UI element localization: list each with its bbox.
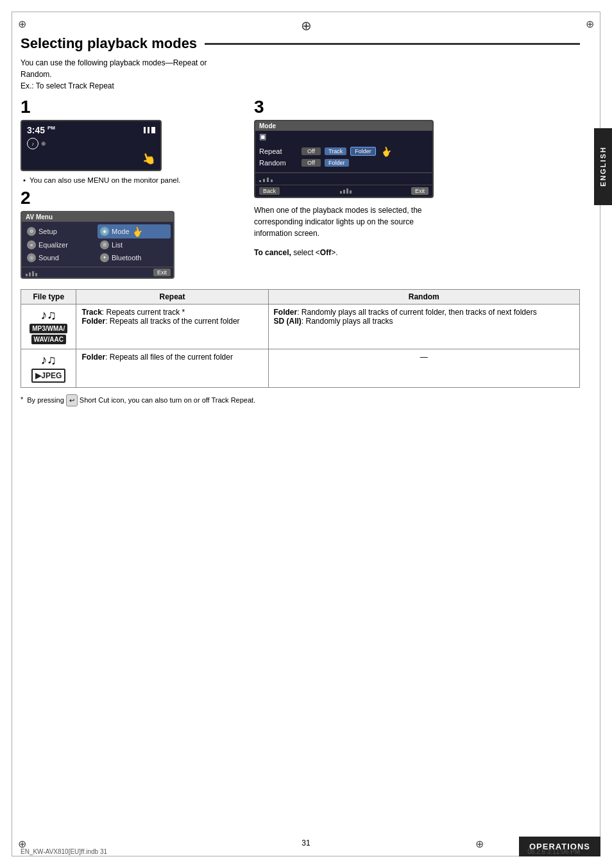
intro-line3: Ex.: To select Track Repeat: [21, 81, 114, 90]
sound-icon: ◎: [27, 253, 36, 262]
play-bar-2: [148, 127, 149, 133]
right-column: 3 Mode ▣ Repeat Off Track Folder 👆: [254, 98, 580, 281]
hand-cursor-mode: 👆: [130, 225, 144, 238]
desc-line2: corresponding indicator lights up on the…: [254, 217, 414, 226]
av-menu-grid: ⚙ Setup ◉ Mode 👆 ≡ Equalizer: [22, 222, 173, 267]
bt-label: Bluetooth: [112, 254, 141, 262]
table-header: File type Repeat Random: [21, 290, 580, 305]
music-note-icon: ♪♫: [26, 308, 71, 322]
repeat-jpeg-folder-row: Folder: Repeats all files of the current…: [81, 353, 262, 362]
time-suffix: PM: [47, 125, 55, 131]
av-menu-item-equalizer[interactable]: ≡ Equalizer: [24, 238, 98, 251]
compass-icon-tl: ⊕: [18, 18, 26, 30]
col-repeat: Repeat: [76, 290, 268, 305]
random-jpeg-cell: —: [268, 349, 580, 388]
pb1: [26, 274, 28, 276]
mode-row-random: Random Off Folder: [259, 158, 429, 168]
hand-icon-step1: 👆: [139, 150, 157, 168]
av-menu-mockup: AV Menu ⚙ Setup ◉ Mode 👆 ≡: [21, 211, 174, 279]
intro-line1: You can use the following playback modes…: [21, 58, 207, 67]
pb3: [32, 271, 34, 276]
repeat-track-row: Track: Repeats current track *: [81, 308, 262, 317]
av-menu-item-list[interactable]: ☰ List: [98, 238, 171, 251]
step1-bullet: You can also use MENU on the monitor pan…: [21, 176, 239, 184]
bt-icon: ✦: [100, 253, 109, 262]
mode-footer: Back Exit: [255, 185, 432, 197]
pb4: [35, 273, 37, 276]
av-menu-item-bluetooth[interactable]: ✦ Bluetooth: [98, 251, 171, 264]
jpeg-badge: ▶JPEG: [31, 369, 65, 383]
to-cancel-text: To cancel, select <Off>.: [254, 247, 580, 258]
page-number: 31: [302, 839, 310, 847]
sound-label: Sound: [38, 254, 59, 262]
random-folder-row: Folder: Randomly plays all tracks of cur…: [274, 308, 575, 317]
hand-gesture-step1: 👆: [27, 152, 155, 166]
mode-separator: [255, 172, 432, 173]
col-file-type: File type: [21, 290, 76, 305]
mode-exit-btn[interactable]: Exit: [411, 187, 429, 195]
to-cancel-body: select <Off>.: [293, 248, 337, 257]
screen-icon-circle: ♪: [27, 138, 38, 149]
setup-icon: ⚙: [27, 227, 36, 236]
eq-icon: ≡: [27, 240, 36, 249]
shortcut-icon: ↩: [66, 394, 78, 406]
setup-label: Setup: [38, 228, 57, 235]
random-off-btn[interactable]: Off: [302, 159, 321, 167]
step1-number: 1: [21, 98, 239, 116]
av-menu-exit-btn[interactable]: Exit: [153, 269, 171, 276]
jpeg-folder-label: Folder: [81, 353, 105, 362]
table-header-row: File type Repeat Random: [21, 290, 580, 305]
repeat-off-btn[interactable]: Off: [302, 147, 321, 155]
stop-square: [151, 127, 155, 133]
table-body: ♪♫ MP3/WMA/ WAV/AAC Track: Repeats curre…: [21, 305, 580, 388]
compass-icon-tr: ⊕: [586, 18, 594, 30]
screen-icon-label: ⊕: [41, 140, 46, 147]
mpb1: [259, 180, 261, 182]
desc-line1: When one of the playback modes is select…: [254, 206, 422, 215]
step3-description: When one of the playback modes is select…: [254, 204, 580, 239]
av-menu-item-setup[interactable]: ⚙ Setup: [24, 224, 98, 238]
intro-line2: Random.: [21, 70, 52, 79]
step1-screen: 3:45 PM ♪ ⊕ 👆: [21, 120, 162, 171]
av-menu-title: AV Menu: [22, 212, 173, 222]
footnote-text: By pressing ↩ Short Cut icon, you can al…: [27, 394, 255, 406]
av-menu-item-sound[interactable]: ◎ Sound: [24, 251, 98, 264]
mode-back-btn[interactable]: Back: [259, 187, 280, 195]
list-icon: ☰: [100, 240, 109, 249]
section-title-text: Selecting playback modes: [21, 35, 197, 52]
mode-label: Mode: [112, 228, 130, 235]
repeat-jpeg-cell: Folder: Repeats all files of the current…: [76, 349, 268, 388]
hand-cursor-folder: 👆: [379, 145, 393, 158]
av-menu-item-mode[interactable]: ◉ Mode 👆: [98, 224, 171, 238]
mode-rows: Repeat Off Track Folder 👆 Random Off Fol…: [255, 142, 432, 171]
random-label: Random: [259, 159, 298, 167]
repeat-track-btn[interactable]: Track: [325, 147, 346, 155]
file-type-jpeg: ♪♫ ▶JPEG: [21, 349, 76, 388]
random-folder-btn[interactable]: Folder: [325, 159, 349, 167]
to-cancel-label: To cancel,: [254, 248, 291, 257]
play-bar-1: [144, 127, 146, 133]
random-sd-row: SD (All): Randomly plays all tracks: [274, 317, 575, 326]
main-content: Selecting playback modes You can use the…: [21, 35, 580, 830]
repeat-folder-btn[interactable]: Folder: [350, 147, 376, 156]
mfpb1: [340, 191, 342, 194]
list-label: List: [112, 241, 123, 249]
english-tab: ENGLISH: [594, 128, 612, 205]
mode-row-repeat: Repeat Off Track Folder 👆: [259, 145, 429, 158]
random-mp3-cell: Folder: Randomly plays all tracks of cur…: [268, 305, 580, 349]
wavaac-badge: WAV/AAC: [31, 335, 66, 344]
mfpb3: [346, 188, 348, 194]
title-bar: [205, 43, 580, 45]
table-row-jpeg: ♪♫ ▶JPEG Folder: Repeats all files of th…: [21, 349, 580, 388]
mode-screen-icon: ▣: [259, 132, 266, 141]
mp3-badge: MP3/WMA/: [30, 324, 67, 333]
compass-icon-top-center: ⊕: [301, 18, 312, 33]
time-value: 3:45: [27, 125, 45, 135]
repeat-folder-row: Folder: Repeats all tracks of the curren…: [81, 317, 262, 326]
step2-number: 2: [21, 189, 239, 207]
screen-time-row: 3:45 PM: [27, 125, 155, 135]
repeat-mp3-cell: Track: Repeats current track * Folder: R…: [76, 305, 268, 349]
two-col-layout: 1 3:45 PM ♪ ⊕: [21, 98, 580, 281]
random-folder-label: Folder: [274, 308, 298, 317]
folder-label: Folder: [81, 317, 105, 326]
